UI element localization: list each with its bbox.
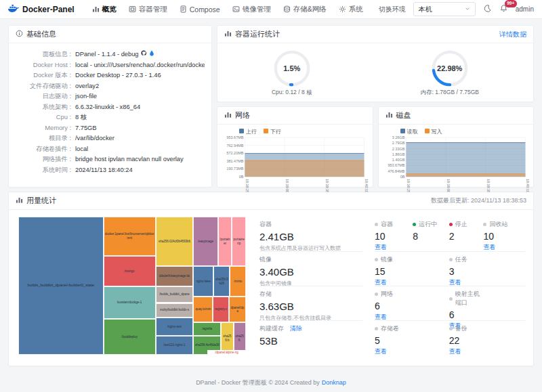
view-link[interactable]: 查看 — [449, 348, 461, 355]
svg-text:1.40GB: 1.40GB — [392, 158, 404, 162]
treemap-cell[interactable]: quay.io/min — [193, 297, 213, 322]
treemap-cell[interactable]: louislam/dockge-1 — [104, 286, 156, 318]
main-nav: 概览容器管理Compose镜像管理存储&网络系统 — [87, 3, 369, 16]
last-updated-label: 数据最后更新: 2024/11/13 18:38:53 — [431, 196, 526, 205]
nav-item-label: 存储&网络 — [293, 5, 327, 14]
detail-data-link[interactable]: 详情数据 — [499, 30, 526, 39]
treemap-cell[interactable]: portainer/p — [232, 217, 246, 266]
nav-item-6[interactable]: 系统 — [333, 3, 369, 16]
docker-whale-logo-icon — [8, 4, 19, 15]
treemap-cell[interactable]: /minio — [230, 266, 246, 297]
info-row-label: 文件存储驱动 — [12, 82, 71, 90]
github-icon[interactable] — [141, 50, 147, 58]
treemap-cell[interactable]: /mongo — [104, 256, 156, 286]
size-stat-label-row: 容器 — [259, 220, 362, 229]
treemap-cell[interactable]: registry.c — [213, 297, 229, 322]
treemap-cell[interactable]: docker.1panel.live/linuxserver/qbittorre… — [104, 217, 156, 256]
info-row-label: 日志驱动 — [12, 92, 71, 100]
treemap-cell[interactable]: /test121-nginx-1 — [156, 336, 194, 355]
view-link[interactable]: 查看 — [375, 313, 387, 320]
env-switch-label: 切换环境 — [379, 5, 406, 14]
legend-item[interactable]: 读取 — [400, 128, 418, 135]
treemap-cell[interactable]: /builds_buildkit_dpane — [156, 286, 194, 303]
svg-text:762.94MB: 762.94MB — [227, 144, 244, 148]
treemap-cell[interactable]: sha256:024cf0b4593b6 — [156, 217, 194, 266]
count-stat-label: 映射主机端口 — [455, 290, 484, 307]
view-link[interactable]: 查看 — [375, 279, 387, 286]
count-stat-value: 10 — [483, 231, 525, 242]
size-stat: 构建缓存清除53B — [259, 320, 362, 355]
info-row-value: 7.75GB — [75, 124, 97, 132]
view-link[interactable]: 查看 — [449, 279, 461, 286]
info-row-label: Docker Host — [12, 61, 71, 69]
count-stat-value: 6 — [375, 301, 413, 311]
treemap-cell[interactable]: nginx:lates — [193, 266, 213, 297]
treemap-cell[interactable]: /nginx-test — [156, 318, 194, 336]
info-icon — [16, 30, 23, 39]
svg-text:3.26GB: 3.26GB — [392, 135, 404, 139]
treemap-cell[interactable]: ddsderfr/easyimage:lat — [156, 266, 194, 286]
svg-text:18:40:10: 18:40:10 — [526, 179, 529, 192]
count-stat-label: 容器 — [381, 220, 393, 229]
info-row: 根目录/var/lib/docker — [12, 134, 205, 142]
view-link[interactable]: 查看 — [483, 244, 495, 251]
nav-item-4[interactable]: 镜像管理 — [227, 3, 276, 16]
count-stat-label-row: 存储卷 — [375, 324, 413, 333]
svg-text:1.86GB: 1.86GB — [392, 152, 404, 156]
count-stats-grid: 容器10查看运行中8停止2回收站10查看镜像15查看任务3查看网络6查看映射主机… — [375, 217, 525, 355]
gauges-container: 1.5%Cpu: 0.12 / 8 核22.98%内存: 1.78GB / 7.… — [217, 43, 533, 102]
nav-item-3[interactable]: Compose — [174, 3, 226, 16]
info-row: 系统架构6.6.32-linuxkit - x86_64 — [12, 103, 205, 111]
treemap-cell[interactable]: moby/buildkit:buildx-s — [156, 303, 194, 318]
notifications-button[interactable]: 99+ — [499, 4, 508, 14]
treemap-cell[interactable]: /localdeploy — [104, 319, 156, 355]
svg-text:2.33GB: 2.33GB — [392, 147, 404, 151]
count-row: 网络6查看映射主机端口6查看 — [375, 286, 525, 320]
view-link[interactable]: 查看 — [375, 348, 387, 355]
legend-item[interactable]: 下行 — [264, 128, 281, 135]
treemap-cell[interactable]: /agrella — [193, 322, 221, 336]
water-drop-icon[interactable] — [149, 50, 154, 58]
nav-item-5[interactable]: 存储&网络 — [278, 3, 332, 16]
legend-item[interactable]: 写入 — [425, 128, 442, 135]
theme-toggle-button[interactable] — [483, 4, 492, 14]
treemap-cell[interactable]: /dpanel:alpine-ng — [207, 350, 246, 355]
overview-icon — [92, 5, 100, 13]
info-row-label: Docker 版本 — [12, 71, 71, 79]
treemap-cell[interactable]: dpanel/dpa — [229, 297, 246, 322]
view-link[interactable]: 查看 — [375, 244, 387, 251]
info-value-text: bridge host ipvlan macvlan null overlay — [75, 155, 184, 163]
info-row-value: local - unix:///Users/renchao/.docker/ru… — [75, 61, 205, 69]
nav-item-label: 容器管理 — [139, 5, 167, 14]
env-select[interactable]: 本机 — [413, 2, 476, 16]
info-row: 面板信息DPanel - 1.1.4 - debug — [12, 50, 205, 58]
treemap-cell[interactable]: builds_buildkit_dpanel-builder0_state — [18, 217, 104, 355]
top-nav: Docker-Panel 概览容器管理Compose镜像管理存储&网络系统 切换… — [0, 0, 542, 19]
footer-text: DPanel - Docker 管理面板 © 2024 Created by — [196, 378, 320, 387]
treemap-cell-label: dpanel/dpa — [230, 305, 245, 314]
dpanel-app: Docker-Panel 概览容器管理Compose镜像管理存储&网络系统 切换… — [0, 0, 542, 392]
count-stat-label: 任务 — [455, 255, 467, 264]
info-value-text: 6.6.32-linuxkit - x86_64 — [75, 103, 140, 111]
treemap-cell[interactable]: /portainer — [218, 217, 232, 266]
svg-text:18:39:35: 18:39:35 — [486, 179, 490, 192]
status-dot — [449, 223, 453, 226]
status-dot — [375, 327, 378, 330]
username[interactable]: admin — [516, 5, 534, 13]
treemap-cell[interactable]: sha256:9b26 — [213, 266, 230, 297]
legend-item[interactable]: 上行 — [239, 128, 257, 135]
svg-text:18:38:25: 18:38:25 — [245, 179, 249, 192]
clear-build-cache-link[interactable]: 清除 — [290, 324, 302, 333]
info-row: Cpu8 核 — [12, 113, 205, 121]
nav-item-1[interactable]: 概览 — [87, 3, 122, 16]
treemap-cell[interactable]: /easyimage — [193, 217, 217, 266]
footer-author-link[interactable]: Donknap — [322, 379, 346, 386]
svg-text:18:39:00: 18:39:00 — [285, 179, 289, 192]
legend-label: 上行 — [246, 129, 257, 135]
count-stat: 任务3查看 — [449, 255, 484, 287]
treemap-cell-label: /agrella — [201, 326, 213, 332]
nav-item-2[interactable]: 容器管理 — [123, 3, 173, 16]
main-content: 基础信息 面板信息DPanel - 1.1.4 - debugDocker Ho… — [0, 19, 542, 366]
info-row-label: 系统时间 — [12, 166, 71, 174]
usage-stats-card: 用量统计 数据最后更新: 2024/11/13 18:38:53 builds_… — [8, 192, 534, 366]
